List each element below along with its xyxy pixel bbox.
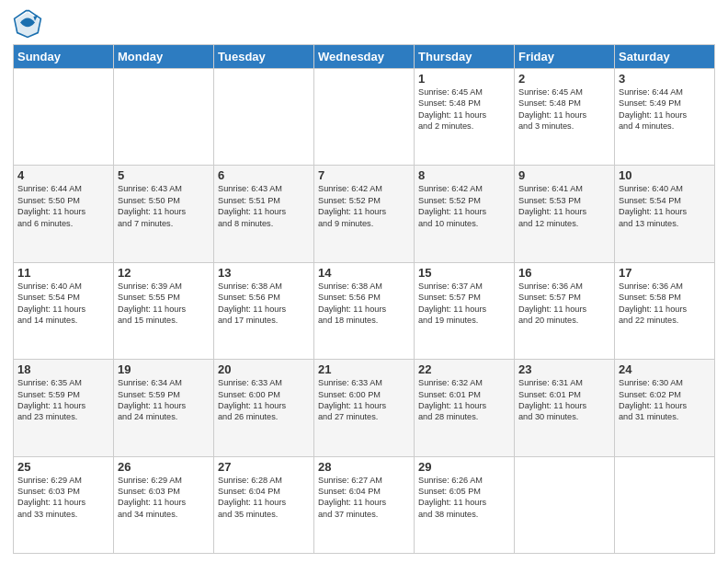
day-number: 26 <box>118 460 210 474</box>
weekday-header: Monday <box>114 45 214 69</box>
day-number: 12 <box>118 266 210 280</box>
day-number: 27 <box>218 460 310 474</box>
calendar-cell <box>615 456 715 553</box>
day-number: 10 <box>619 168 711 182</box>
logo <box>13 9 46 39</box>
day-number: 28 <box>318 460 410 474</box>
day-info: Sunrise: 6:37 AM Sunset: 5:57 PM Dayligh… <box>418 281 510 327</box>
day-info: Sunrise: 6:26 AM Sunset: 6:05 PM Dayligh… <box>418 475 510 521</box>
calendar-cell: 12Sunrise: 6:39 AM Sunset: 5:55 PM Dayli… <box>114 262 214 359</box>
day-number: 23 <box>518 362 610 376</box>
day-info: Sunrise: 6:42 AM Sunset: 5:52 PM Dayligh… <box>418 183 510 229</box>
weekday-header: Wednesday <box>314 45 415 69</box>
calendar-cell: 25Sunrise: 6:29 AM Sunset: 6:03 PM Dayli… <box>14 456 114 553</box>
day-number: 1 <box>418 72 510 86</box>
day-info: Sunrise: 6:36 AM Sunset: 5:58 PM Dayligh… <box>619 281 711 327</box>
calendar-cell: 6Sunrise: 6:43 AM Sunset: 5:51 PM Daylig… <box>214 166 314 262</box>
calendar-cell: 28Sunrise: 6:27 AM Sunset: 6:04 PM Dayli… <box>314 456 415 553</box>
calendar-cell: 14Sunrise: 6:38 AM Sunset: 5:56 PM Dayli… <box>314 262 415 359</box>
day-number: 21 <box>318 362 410 376</box>
day-info: Sunrise: 6:43 AM Sunset: 5:51 PM Dayligh… <box>218 183 310 229</box>
calendar-cell: 8Sunrise: 6:42 AM Sunset: 5:52 PM Daylig… <box>415 166 515 262</box>
calendar-cell <box>314 69 415 166</box>
calendar-cell <box>515 456 615 553</box>
calendar-cell: 13Sunrise: 6:38 AM Sunset: 5:56 PM Dayli… <box>214 262 314 359</box>
day-info: Sunrise: 6:42 AM Sunset: 5:52 PM Dayligh… <box>318 183 410 229</box>
calendar-cell: 9Sunrise: 6:41 AM Sunset: 5:53 PM Daylig… <box>515 166 615 262</box>
day-number: 19 <box>118 362 210 376</box>
weekday-header: Sunday <box>14 45 114 69</box>
day-number: 29 <box>418 460 510 474</box>
day-info: Sunrise: 6:38 AM Sunset: 5:56 PM Dayligh… <box>318 281 410 327</box>
day-number: 14 <box>318 266 410 280</box>
day-info: Sunrise: 6:31 AM Sunset: 6:01 PM Dayligh… <box>518 377 610 423</box>
day-number: 18 <box>17 362 109 376</box>
calendar-header-row: SundayMondayTuesdayWednesdayThursdayFrid… <box>14 45 715 69</box>
day-number: 3 <box>619 72 711 86</box>
day-number: 7 <box>318 168 410 182</box>
day-info: Sunrise: 6:29 AM Sunset: 6:03 PM Dayligh… <box>118 475 210 521</box>
calendar-cell: 18Sunrise: 6:35 AM Sunset: 5:59 PM Dayli… <box>14 360 114 456</box>
calendar-cell: 22Sunrise: 6:32 AM Sunset: 6:01 PM Dayli… <box>415 360 515 456</box>
calendar-cell: 23Sunrise: 6:31 AM Sunset: 6:01 PM Dayli… <box>515 360 615 456</box>
day-info: Sunrise: 6:41 AM Sunset: 5:53 PM Dayligh… <box>518 183 610 229</box>
day-number: 16 <box>518 266 610 280</box>
day-info: Sunrise: 6:45 AM Sunset: 5:48 PM Dayligh… <box>418 86 510 132</box>
day-number: 8 <box>418 168 510 182</box>
calendar-cell: 15Sunrise: 6:37 AM Sunset: 5:57 PM Dayli… <box>415 262 515 359</box>
day-info: Sunrise: 6:34 AM Sunset: 5:59 PM Dayligh… <box>118 377 210 423</box>
calendar-week-row: 4Sunrise: 6:44 AM Sunset: 5:50 PM Daylig… <box>14 166 715 262</box>
day-info: Sunrise: 6:35 AM Sunset: 5:59 PM Dayligh… <box>17 377 109 423</box>
calendar-cell: 4Sunrise: 6:44 AM Sunset: 5:50 PM Daylig… <box>14 166 114 262</box>
day-number: 25 <box>17 460 109 474</box>
day-number: 22 <box>418 362 510 376</box>
day-info: Sunrise: 6:44 AM Sunset: 5:50 PM Dayligh… <box>17 183 109 229</box>
calendar-cell: 10Sunrise: 6:40 AM Sunset: 5:54 PM Dayli… <box>615 166 715 262</box>
weekday-header: Thursday <box>415 45 515 69</box>
day-info: Sunrise: 6:30 AM Sunset: 6:02 PM Dayligh… <box>619 377 711 423</box>
day-info: Sunrise: 6:44 AM Sunset: 5:49 PM Dayligh… <box>619 86 711 132</box>
day-number: 13 <box>218 266 310 280</box>
day-number: 6 <box>218 168 310 182</box>
day-info: Sunrise: 6:27 AM Sunset: 6:04 PM Dayligh… <box>318 475 410 521</box>
day-number: 15 <box>418 266 510 280</box>
calendar-cell: 26Sunrise: 6:29 AM Sunset: 6:03 PM Dayli… <box>114 456 214 553</box>
calendar-cell: 19Sunrise: 6:34 AM Sunset: 5:59 PM Dayli… <box>114 360 214 456</box>
calendar-cell: 1Sunrise: 6:45 AM Sunset: 5:48 PM Daylig… <box>415 69 515 166</box>
weekday-header: Friday <box>515 45 615 69</box>
header <box>13 9 715 39</box>
calendar-week-row: 18Sunrise: 6:35 AM Sunset: 5:59 PM Dayli… <box>14 360 715 456</box>
weekday-header: Tuesday <box>214 45 314 69</box>
calendar-cell: 7Sunrise: 6:42 AM Sunset: 5:52 PM Daylig… <box>314 166 415 262</box>
day-info: Sunrise: 6:29 AM Sunset: 6:03 PM Dayligh… <box>17 475 109 521</box>
day-info: Sunrise: 6:45 AM Sunset: 5:48 PM Dayligh… <box>518 86 610 132</box>
weekday-header: Saturday <box>615 45 715 69</box>
day-number: 17 <box>619 266 711 280</box>
calendar-cell: 17Sunrise: 6:36 AM Sunset: 5:58 PM Dayli… <box>615 262 715 359</box>
calendar-week-row: 11Sunrise: 6:40 AM Sunset: 5:54 PM Dayli… <box>14 262 715 359</box>
calendar-cell: 3Sunrise: 6:44 AM Sunset: 5:49 PM Daylig… <box>615 69 715 166</box>
day-info: Sunrise: 6:39 AM Sunset: 5:55 PM Dayligh… <box>118 281 210 327</box>
calendar-cell: 24Sunrise: 6:30 AM Sunset: 6:02 PM Dayli… <box>615 360 715 456</box>
calendar-cell: 20Sunrise: 6:33 AM Sunset: 6:00 PM Dayli… <box>214 360 314 456</box>
day-number: 20 <box>218 362 310 376</box>
calendar-week-row: 1Sunrise: 6:45 AM Sunset: 5:48 PM Daylig… <box>14 69 715 166</box>
day-info: Sunrise: 6:40 AM Sunset: 5:54 PM Dayligh… <box>17 281 109 327</box>
calendar-cell: 2Sunrise: 6:45 AM Sunset: 5:48 PM Daylig… <box>515 69 615 166</box>
calendar-cell: 27Sunrise: 6:28 AM Sunset: 6:04 PM Dayli… <box>214 456 314 553</box>
day-info: Sunrise: 6:36 AM Sunset: 5:57 PM Dayligh… <box>518 281 610 327</box>
page: SundayMondayTuesdayWednesdayThursdayFrid… <box>0 0 728 563</box>
calendar-cell: 16Sunrise: 6:36 AM Sunset: 5:57 PM Dayli… <box>515 262 615 359</box>
calendar-cell: 11Sunrise: 6:40 AM Sunset: 5:54 PM Dayli… <box>14 262 114 359</box>
day-info: Sunrise: 6:33 AM Sunset: 6:00 PM Dayligh… <box>318 377 410 423</box>
calendar-cell <box>14 69 114 166</box>
calendar-cell: 5Sunrise: 6:43 AM Sunset: 5:50 PM Daylig… <box>114 166 214 262</box>
calendar: SundayMondayTuesdayWednesdayThursdayFrid… <box>13 44 715 554</box>
day-number: 11 <box>17 266 109 280</box>
calendar-cell <box>214 69 314 166</box>
day-number: 2 <box>518 72 610 86</box>
calendar-week-row: 25Sunrise: 6:29 AM Sunset: 6:03 PM Dayli… <box>14 456 715 553</box>
day-info: Sunrise: 6:40 AM Sunset: 5:54 PM Dayligh… <box>619 183 711 229</box>
calendar-cell <box>114 69 214 166</box>
day-info: Sunrise: 6:28 AM Sunset: 6:04 PM Dayligh… <box>218 475 310 521</box>
